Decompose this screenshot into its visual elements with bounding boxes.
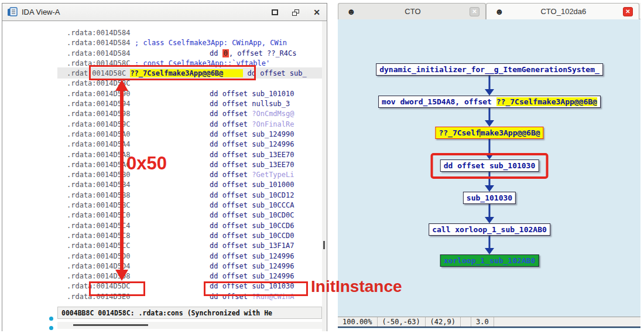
graph-node[interactable]: mov dword_15D4A8, offset ??_7Cselfmake3A… — [378, 96, 601, 108]
address: .rdat — [67, 69, 88, 77]
tab-close-icon[interactable]: ✕ — [623, 7, 633, 16]
listing-row[interactable]: .rdata:0014D5CCdd offset sub_13F1A7 — [67, 241, 326, 251]
listing-row[interactable]: .rdata:0014D5C4dd offset sub_10CCD6 — [67, 221, 326, 231]
listing-row[interactable]: .rdata:0014D590dd offset sub_101010 — [67, 89, 326, 99]
operand: sub_10CD12 — [252, 191, 294, 199]
graph-status-item: 100.00% — [338, 317, 378, 327]
initinstance-annotation: InitInstance — [311, 277, 402, 296]
data-keyword: dd offset — [210, 282, 252, 290]
listing-row[interactable]: .rdata:0014D5ACdd offset sub_13EE70 — [67, 160, 326, 170]
listing-row[interactable]: .rdata:0014D5D8dd offset sub_124996 — [67, 271, 326, 281]
listing-row[interactable]: .rdata:0014D5C0dd offset sub_10CD0C — [67, 210, 326, 220]
data-keyword: dd offset — [210, 252, 252, 260]
listing-row[interactable]: .rdata:0014D5D0dd offset sub_124996 — [67, 252, 326, 261]
listing-row[interactable]: .rdata:0014D5A4dd offset sub_124996 — [67, 140, 326, 149]
data-keyword: dd offset — [210, 191, 252, 199]
operand: sub_13F1A7 — [252, 242, 294, 250]
data-keyword: dd offset — [210, 90, 252, 98]
address: .rdata:0014D5A4 — [67, 140, 210, 149]
listing-row[interactable]: .rdata:0014D5DCdd offset sub_101030 — [67, 281, 326, 291]
ida-view-window: IDA View-A ✕ .rdata:0014D584.rdata:0014D… — [2, 3, 327, 331]
offset-arrow — [120, 90, 124, 270]
cto-call-graph[interactable]: dynamic_initializer_for__g_ItemGeneratio… — [338, 19, 640, 317]
listing-row[interactable]: .rdata:0014D5D4dd offset sub_124996 — [67, 261, 326, 271]
address: .rdata:0014D590 — [67, 89, 210, 99]
listing-row[interactable]: .rdata:0014D5C8dd offset sub_10CCD0 — [67, 231, 326, 241]
tab-cto[interactable]: ☻CTO✕ — [338, 3, 486, 19]
graph-status-item: (42,9) — [426, 317, 461, 327]
comment: ; class Cselfmake3App: CWinApp, CWin — [135, 39, 287, 47]
listing-row[interactable]: .rdata:0014D58C — [67, 79, 326, 89]
data-keyword: dd offset — [210, 272, 252, 280]
address: :0014D58C — [88, 69, 130, 77]
operand: sub_101000 — [252, 181, 294, 189]
node-text: xorloop_1_sub_102AB0 — [444, 256, 536, 265]
address: .rdata:0014D5B8 — [67, 191, 210, 201]
data-keyword: dd offset — [210, 110, 252, 118]
listing-row[interactable]: .rdata:0014D5B4dd offset sub_101000 — [67, 180, 326, 190]
listing-row[interactable]: .rdata:0014D598dd offset ?OnCmdMsg@ — [67, 109, 326, 119]
node-text: sub_101030 — [467, 193, 512, 202]
ida-view-titlebar[interactable]: IDA View-A ✕ — [2, 4, 327, 21]
data-keyword: dd offset — [210, 171, 252, 179]
operand: sub_124996 — [252, 252, 294, 260]
listing-row[interactable]: .rdat:0014D58C ??_7Cselfmake3App@@6B@ dd… — [67, 69, 326, 79]
listing-row[interactable]: .rdata:0014D5BCdd offset sub_10CCCA — [67, 201, 326, 210]
listing-row[interactable]: .rdata:0014D594dd offset nullsub_3 — [67, 99, 326, 109]
listing-row[interactable]: .rdata:0014D5E0dd offset ?Run@CWinA — [67, 292, 326, 302]
address: .rdata:0014D5BC — [67, 201, 210, 210]
address: .rdata:0014D5A0 — [67, 130, 210, 140]
maximize-icon[interactable] — [270, 9, 279, 16]
address: .rdata:0014D5E0 — [67, 292, 210, 302]
arrow-head — [485, 248, 494, 254]
close-icon[interactable]: ✕ — [313, 9, 321, 16]
horizontal-scrollbar-thumb[interactable] — [73, 324, 148, 326]
data-keyword: dd offset — [210, 232, 252, 240]
data-keyword: dd offset — [210, 161, 252, 169]
listing-row[interactable]: .rdata:0014D5A8dd offset sub_13EE70 — [67, 150, 326, 160]
window-title: IDA View-A — [22, 8, 60, 16]
graph-node[interactable]: sub_101030 — [463, 192, 516, 204]
arrow-head — [485, 153, 494, 159]
data-keyword: dd offset sub_ — [243, 69, 306, 77]
listing-row[interactable]: .rdata:0014D584 — [67, 28, 326, 38]
listing-row[interactable]: .rdata:0014D59Cdd offset ?OnFinalRe — [67, 120, 326, 130]
comment: ; const Cselfmake3App::`vftable' — [135, 59, 270, 67]
listing-row[interactable]: .rdata:0014D58C; const Cselfmake3App::`v… — [67, 59, 326, 69]
graph-node[interactable]: dynamic_initializer_for__g_ItemGeneratio… — [376, 63, 603, 76]
screenshot-root: IDA View-A ✕ .rdata:0014D584.rdata:0014D… — [0, 0, 644, 333]
arrow-shaft — [489, 108, 491, 121]
address: .rdata:0014D5B4 — [67, 180, 210, 190]
address: .rdata:0014D584 — [67, 29, 130, 37]
tab-cto_102da6[interactable]: ☻CTO_102da6✕ — [486, 3, 639, 19]
graph-node[interactable]: call xorloop_1_sub_102AB0 — [429, 223, 550, 236]
cto-face-icon: ☻ — [347, 7, 356, 16]
arrow-shaft — [489, 172, 491, 186]
listing-row[interactable]: .rdata:0014D584; class Cselfmake3App: CW… — [67, 38, 326, 48]
graph-node[interactable]: ??_7Cselfmake3App@@6B@ — [435, 127, 543, 139]
horizontal-scrollbar[interactable] — [57, 322, 322, 329]
data-keyword: dd offset — [210, 140, 252, 148]
data-keyword: dd offset — [210, 201, 252, 209]
vertical-scrollbar-thumb[interactable] — [323, 241, 325, 249]
address: .rdata:0014D584 — [67, 38, 135, 48]
tab-close-icon[interactable]: ✕ — [470, 7, 479, 16]
listing-row[interactable]: .rdata:0014D5B0dd offset ?GetTypeLi — [67, 170, 326, 180]
listing-row[interactable]: .rdata:0014D5A0dd offset sub_124990 — [67, 130, 326, 140]
listing-row[interactable]: .rdata:0014D5B8dd offset sub_10CD12 — [67, 191, 326, 201]
arrow-head — [485, 89, 494, 96]
node-text: dd offset sub_101030 — [444, 161, 536, 170]
arrow-shaft — [489, 76, 491, 90]
graph-node[interactable]: xorloop_1_sub_102AB0 — [440, 254, 539, 267]
listing-row[interactable]: .rdata:0014D584dd 0, offset ??_R4Cs — [67, 49, 326, 59]
float-window-icon[interactable] — [292, 9, 300, 16]
graph-status-bar: 100.00%(-50,-63)(42,9)3.0 — [338, 317, 640, 328]
disassembly-listing[interactable]: .rdata:0014D584.rdata:0014D584; class Cs… — [2, 21, 327, 331]
address: .rdata:0014D59C — [67, 120, 210, 130]
graph-node[interactable]: dd offset sub_101030 — [440, 159, 539, 172]
node-text: dynamic_initializer_for__g_ItemGeneratio… — [379, 65, 600, 74]
operand: sub_13EE70 — [252, 161, 294, 169]
cto-tabbar: ☻CTO✕☻CTO_102da6✕ — [338, 3, 640, 19]
data-keyword: dd offset — [210, 262, 252, 270]
arrow-head — [485, 185, 494, 192]
